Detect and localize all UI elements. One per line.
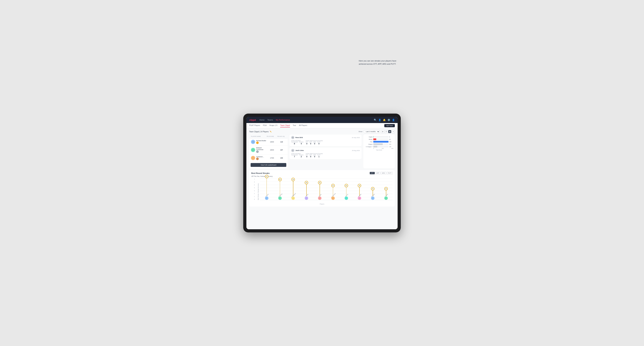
practice-stat-josh: Practice 2 — [299, 154, 304, 158]
user-icon[interactable]: 👤 — [378, 119, 381, 121]
pb-avg-1: 110 — [277, 141, 286, 143]
bell-icon[interactable]: 🔔 — [383, 119, 386, 121]
arg-value-josh: 0 — [314, 156, 315, 158]
avatar-icon[interactable]: 👤 — [392, 119, 395, 121]
ott-label-rees: OTT — [306, 141, 308, 143]
streaks-section: Best Round Streaks OTT APP ARG PUTT Off … — [249, 170, 395, 206]
player-name-1: Richard Butler — [256, 140, 266, 142]
practice-activities-label-josh: Total Practice Activities — [306, 153, 323, 154]
nav-icons: 🔍 👤 🔔 ⚙️ 👤 — [374, 119, 395, 121]
arg-value-rees: 0 — [314, 143, 315, 145]
top-nav: clippd Home Teams My Performance 🔍 👤 🔔 ⚙… — [246, 117, 398, 123]
streak-bubble-7: 4x — [358, 184, 361, 187]
nav-teams[interactable]: Teams — [268, 118, 273, 122]
y-axis-label: Best Streak, Fairway Accuracy — [258, 183, 259, 200]
nav-home[interactable]: Home — [259, 118, 264, 122]
streak-avatar-3: J. — [305, 196, 308, 200]
ott-value-josh: 0 — [306, 156, 307, 158]
bar-value-dbogeys: 131 — [389, 146, 394, 147]
tournament-value-rees: 8 — [294, 143, 295, 145]
rank-badge-2: 2 — [256, 151, 259, 153]
tournament-label-rees: Tournament — [291, 141, 298, 143]
rank-badge-3: 3 — [256, 158, 259, 160]
streak-line-1 — [280, 179, 280, 196]
x-label-400: 400 — [391, 148, 394, 149]
subnav-hcaps[interactable]: Hcaps 1-5 — [270, 124, 278, 127]
logo: clippd — [249, 119, 256, 121]
bar-container-eagles — [373, 136, 388, 138]
practice-stat-rees: Practice 4 — [299, 141, 304, 145]
show-label: Show — [358, 131, 362, 133]
col-pb-avg: PB AVG SQ — [277, 136, 286, 137]
pb-avg-2: 107 — [277, 149, 286, 151]
y-axis-ticks: 7 6 5 4 3 2 1 0 — [254, 178, 255, 200]
arg-stat-rees: ARG 0 — [313, 141, 316, 145]
search-icon[interactable]: 🔍 — [374, 119, 376, 121]
streak-avatar-0: E. — [265, 196, 268, 200]
view-full-leaderboard-button[interactable]: View Full Leaderboard — [250, 163, 286, 167]
streak-col-8: 3xR. ButlerR. — [366, 178, 380, 200]
arg-label-josh: ARG — [313, 154, 316, 156]
settings-icon[interactable]: ⚙️ — [388, 119, 390, 121]
col-pb-score: PB SCORE — [267, 136, 277, 137]
grid-line-0 — [260, 200, 393, 200]
player-card-josh: JC Josh Coles 26 Aug 2023 Total Rounds T… — [290, 148, 362, 159]
avatar-3: C — [251, 156, 255, 160]
bar-container-dbogeys — [373, 146, 388, 148]
total-rounds-group-rees: Total Rounds Tournament 8 Practice — [291, 140, 304, 145]
putt-button[interactable]: PUTT — [386, 172, 393, 174]
subnav-pgat[interactable]: PGAT Players — [249, 124, 260, 127]
subnav-tour[interactable]: Tour — [293, 124, 296, 127]
player-cards-panel: RB Rees Britt 02 Sep 2023 Total Rounds T… — [290, 135, 362, 168]
bar-value-bogeys: 311 — [389, 144, 394, 145]
subnav-all-players[interactable]: All Players — [299, 124, 307, 127]
bar-row-bogeys: Bogeys 311 — [365, 143, 394, 145]
x-label-0: 0 — [373, 148, 374, 149]
practice-label-rees: Practice — [299, 141, 304, 143]
subnav-team-clippd[interactable]: Team Clippd — [280, 124, 290, 127]
bar-label-bogeys: Bogeys — [365, 144, 372, 145]
ott-label-josh: OTT — [306, 154, 308, 156]
streaks-title: Best Round Streaks — [251, 172, 270, 174]
view-icons: ⊞ ☰ ▦ ≡ — [381, 130, 395, 133]
streak-bubble-3: 5x — [305, 181, 308, 184]
streak-col-2: 6xD. BillinghamD. — [287, 178, 300, 200]
y-tick-1: 1 — [254, 196, 255, 197]
annotation-box: Here you can see streaks your players ha… — [359, 59, 397, 65]
bar-chart-panel: Eagles 3 Birdies — [363, 135, 395, 168]
app-button[interactable]: APP — [375, 172, 380, 174]
period-dropdown[interactable]: Last 3 months — [364, 130, 380, 133]
nav-my-performance[interactable]: My Performance — [276, 118, 290, 122]
arg-button[interactable]: ARG — [381, 172, 386, 174]
card-name-rees: Rees Britt — [296, 137, 303, 138]
add-team-button[interactable]: Add Team — [384, 124, 395, 127]
pb-score-2: 18/20 — [267, 149, 277, 151]
content-grid: PLAYER NAME PB SCORE PB AVG SQ RB Richar… — [249, 135, 395, 168]
bar-container-pars — [373, 141, 388, 143]
edit-icon[interactable]: ✏️ — [270, 131, 272, 133]
x-axis: 0 200 400 — [365, 148, 394, 149]
card-avatar-rees: RB — [291, 136, 294, 139]
ott-value-rees: 0 — [306, 143, 307, 145]
card-stats-josh: Total Rounds Tournament 7 Practice — [291, 153, 360, 158]
bar-row-pars: Pars 499 — [365, 141, 394, 143]
app-stat-rees: APP 0 — [310, 141, 312, 145]
streak-col-4: 5xR. BrittR. — [313, 178, 326, 200]
streak-bubble-9: 3x — [384, 187, 388, 190]
streaks-buttons: OTT APP ARG PUTT — [370, 172, 393, 174]
streak-col-6: 4xD. FordD. — [340, 178, 353, 200]
card-header-josh: JC Josh Coles 26 Aug 2023 — [291, 149, 360, 152]
player-info-3: C Cameron... 3 — [251, 156, 267, 160]
team-header: Team Clippd | 14 Players ✏️ Show Last 3 … — [249, 130, 395, 133]
subnav-pga[interactable]: PGA — [263, 124, 266, 127]
list-view-icon[interactable]: ☰ — [385, 130, 388, 133]
card-view-icon[interactable]: ▦ — [388, 130, 391, 133]
putt-value-rees: 0 — [318, 143, 320, 145]
table-view-icon[interactable]: ≡ — [392, 130, 395, 133]
grid-view-icon[interactable]: ⊞ — [381, 130, 384, 133]
streak-bubble-2: 6x — [292, 178, 295, 181]
bar-container-birdies — [373, 138, 388, 140]
streak-avatar-4: R. — [318, 196, 322, 200]
bar-fill-eagles — [373, 136, 374, 138]
ott-button[interactable]: OTT — [370, 172, 375, 174]
